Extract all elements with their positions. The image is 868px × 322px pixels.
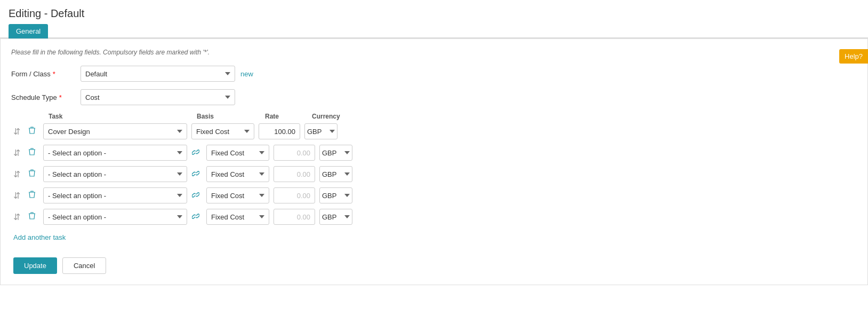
- table-row: ⇵ - Select an option - Fixed Cost GBP: [11, 187, 857, 203]
- table-row: ⇵ - Select an option - Fixed Cost GBP: [11, 166, 857, 182]
- table-row: ⇵ - Select an option - Fixed Cost GBP: [11, 145, 857, 161]
- drag-handle-icon[interactable]: ⇵: [11, 212, 22, 222]
- currency-select[interactable]: GBP: [319, 187, 352, 203]
- help-button[interactable]: Help?: [839, 49, 868, 64]
- form-class-select[interactable]: Default: [81, 66, 235, 82]
- rate-input[interactable]: [274, 187, 315, 203]
- table-row: ⇵ Cover Design Fixed Cost GBP: [11, 123, 857, 139]
- link-icon-button[interactable]: [189, 148, 202, 158]
- drag-handle-icon[interactable]: ⇵: [11, 169, 22, 179]
- link-icon-button[interactable]: [189, 191, 202, 200]
- required-star-form-class: *: [53, 70, 55, 78]
- delete-button[interactable]: [25, 169, 39, 179]
- col-header-task: Task: [49, 113, 192, 120]
- delete-button[interactable]: [25, 190, 39, 201]
- page-title: Editing - Default: [0, 0, 868, 24]
- table-row: ⇵ - Select an option - Fixed Cost GBP: [11, 209, 857, 225]
- currency-select[interactable]: GBP: [319, 145, 352, 161]
- col-header-rate: Rate: [265, 113, 308, 120]
- task-select[interactable]: - Select an option -: [43, 145, 187, 161]
- delete-button[interactable]: [25, 211, 39, 222]
- form-class-label: Form / Class *: [11, 70, 81, 78]
- drag-handle-icon[interactable]: ⇵: [11, 148, 22, 158]
- new-link[interactable]: new: [240, 70, 253, 78]
- general-tab[interactable]: General: [9, 24, 48, 38]
- currency-select[interactable]: GBP: [304, 123, 337, 139]
- task-select[interactable]: - Select an option -: [43, 187, 187, 203]
- task-select[interactable]: - Select an option -: [43, 166, 187, 182]
- col-header-basis: Basis: [197, 113, 261, 120]
- task-select[interactable]: Cover Design: [43, 123, 187, 139]
- basis-select[interactable]: Fixed Cost: [206, 209, 269, 225]
- rate-input[interactable]: [259, 123, 300, 139]
- task-select[interactable]: - Select an option -: [43, 209, 187, 225]
- basis-select[interactable]: Fixed Cost: [206, 145, 269, 161]
- cancel-button[interactable]: Cancel: [62, 257, 106, 274]
- col-header-currency: Currency: [312, 113, 349, 120]
- delete-button[interactable]: [25, 147, 39, 158]
- delete-button[interactable]: [25, 126, 39, 137]
- link-icon-button[interactable]: [189, 170, 202, 179]
- currency-select[interactable]: GBP: [319, 209, 352, 225]
- basis-select[interactable]: Fixed Cost: [191, 123, 254, 139]
- rate-input[interactable]: [274, 209, 315, 225]
- drag-handle-icon[interactable]: ⇵: [11, 127, 22, 137]
- rate-input[interactable]: [274, 166, 315, 182]
- basis-select[interactable]: Fixed Cost: [206, 187, 269, 203]
- required-star-schedule-type: *: [59, 93, 62, 101]
- schedule-type-label: Schedule Type *: [11, 93, 81, 101]
- rate-input[interactable]: [274, 145, 315, 161]
- update-button[interactable]: Update: [13, 257, 57, 274]
- basis-select[interactable]: Fixed Cost: [206, 166, 269, 182]
- schedule-type-select[interactable]: Cost: [81, 89, 235, 105]
- link-icon-button[interactable]: [189, 213, 202, 222]
- drag-handle-icon[interactable]: ⇵: [11, 191, 22, 201]
- helper-text: Please fill in the following fields. Com…: [11, 49, 857, 56]
- currency-select[interactable]: GBP: [319, 166, 352, 182]
- add-task-link[interactable]: Add another task: [11, 233, 66, 241]
